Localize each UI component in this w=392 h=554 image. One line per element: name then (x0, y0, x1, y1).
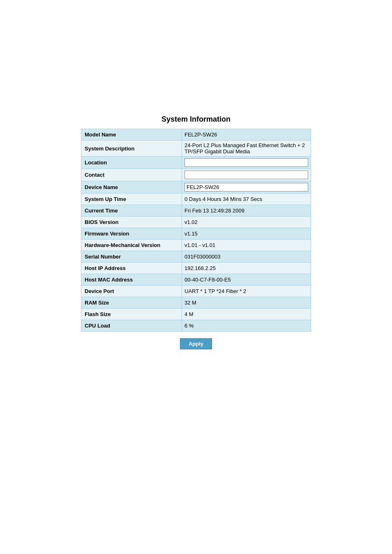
row-value: Fri Feb 13 12:49:28 2009 (182, 205, 311, 217)
table-row: Flash Size4 M (81, 309, 311, 320)
row-label: Location (81, 157, 182, 169)
table-row: Location (81, 157, 311, 169)
table-row: Hardware-Mechanical Versionv1.01 - v1.01 (81, 240, 311, 251)
row-label: BIOS Version (81, 217, 182, 228)
row-value[interactable] (182, 181, 311, 194)
row-label: Device Port (81, 286, 182, 297)
row-value: 32 M (182, 297, 311, 309)
page-container: System Information Model NameFEL2P-SW26S… (0, 0, 392, 349)
row-label: Host MAC Address (81, 274, 182, 286)
table-row: Device PortUART * 1 TP *24 Fiber * 2 (81, 286, 311, 297)
row-value[interactable] (182, 169, 311, 181)
row-label: Device Name (81, 181, 182, 194)
apply-button[interactable]: Apply (180, 338, 212, 349)
row-value: FEL2P-SW26 (182, 129, 311, 141)
row-value: 4 M (182, 309, 311, 320)
table-row: RAM Size32 M (81, 297, 311, 309)
row-label: Firmware Version (81, 228, 182, 240)
row-input[interactable] (184, 171, 308, 179)
table-row: CPU Load6 % (81, 320, 311, 332)
row-value: 031F03000003 (182, 251, 311, 263)
row-value: 24-Port L2 Plus Managed Fast Ethernet Sw… (182, 141, 311, 157)
row-value: v1.01 - v1.01 (182, 240, 311, 251)
table-row: Contact (81, 169, 311, 181)
row-label: System Description (81, 141, 182, 157)
row-input[interactable] (184, 158, 308, 167)
table-row: System Description24-Port L2 Plus Manage… (81, 141, 311, 157)
table-row: Model NameFEL2P-SW26 (81, 129, 311, 141)
row-label: Serial Number (81, 251, 182, 263)
row-value[interactable] (182, 157, 311, 169)
row-label: Host IP Address (81, 263, 182, 274)
table-row: Device Name (81, 181, 311, 194)
row-label: CPU Load (81, 320, 182, 332)
row-value: 192.168.2.25 (182, 263, 311, 274)
row-label: RAM Size (81, 297, 182, 309)
table-row: System Up Time0 Days 4 Hours 34 Mins 37 … (81, 194, 311, 205)
system-info-table: Model NameFEL2P-SW26System Description24… (81, 129, 311, 332)
row-label: Model Name (81, 129, 182, 141)
apply-container: Apply (180, 338, 212, 349)
row-label: System Up Time (81, 194, 182, 205)
row-label: Contact (81, 169, 182, 181)
page-title: System Information (161, 115, 231, 124)
row-value: 6 % (182, 320, 311, 332)
table-row: BIOS Versionv1.02 (81, 217, 311, 228)
row-value: 0 Days 4 Hours 34 Mins 37 Secs (182, 194, 311, 205)
row-input[interactable] (184, 183, 308, 192)
row-value: UART * 1 TP *24 Fiber * 2 (182, 286, 311, 297)
table-row: Host IP Address192.168.2.25 (81, 263, 311, 274)
table-row: Firmware Versionv1.15 (81, 228, 311, 240)
table-row: Host MAC Address00-40-C7-F8-00-E5 (81, 274, 311, 286)
row-value: 00-40-C7-F8-00-E5 (182, 274, 311, 286)
row-label: Current Time (81, 205, 182, 217)
row-value: v1.02 (182, 217, 311, 228)
row-value: v1.15 (182, 228, 311, 240)
row-label: Flash Size (81, 309, 182, 320)
table-row: Current TimeFri Feb 13 12:49:28 2009 (81, 205, 311, 217)
row-label: Hardware-Mechanical Version (81, 240, 182, 251)
table-row: Serial Number031F03000003 (81, 251, 311, 263)
